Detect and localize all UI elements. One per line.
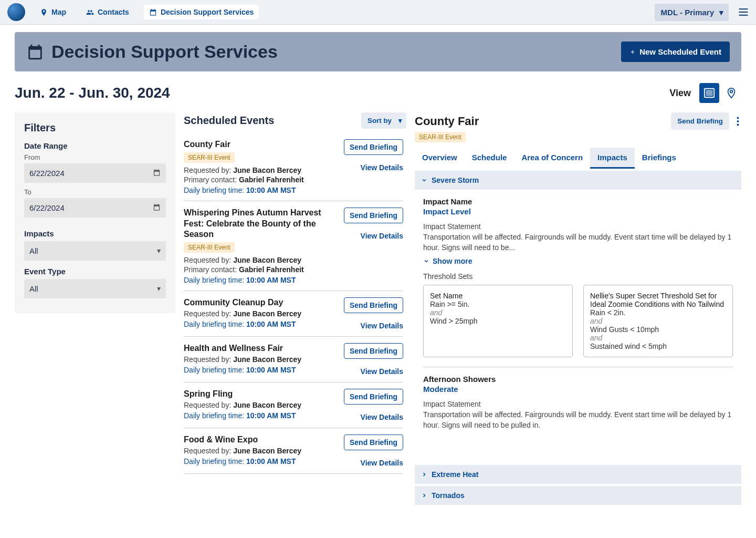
filter-event-type-select[interactable]: All bbox=[24, 279, 166, 298]
event-badge: SEAR-III Event bbox=[184, 242, 235, 253]
org-select-value: MDL - Primary bbox=[661, 8, 714, 17]
nav-contacts[interactable]: Contacts bbox=[81, 5, 134, 19]
tab-overview[interactable]: Overview bbox=[415, 148, 465, 169]
filter-from-input[interactable] bbox=[24, 163, 166, 183]
event-requested-by: Requested by: June Bacon Bercey bbox=[184, 309, 339, 318]
event-requested-by: Requested by: June Bacon Bercey bbox=[184, 355, 339, 364]
page-banner: Decision Support Services New Scheduled … bbox=[15, 32, 741, 71]
tab-briefings[interactable]: Briefings bbox=[635, 148, 684, 169]
detail-send-briefing-button[interactable]: Send Briefing bbox=[671, 112, 729, 130]
event-actions: Send BriefingView Details bbox=[344, 208, 403, 240]
nav-map[interactable]: Map bbox=[35, 5, 71, 19]
nav-map-label: Map bbox=[51, 8, 66, 16]
hamburger-icon[interactable] bbox=[738, 8, 749, 16]
view-label: View bbox=[669, 88, 691, 99]
detail-panel: County Fair Send Briefing SEAR-III Event… bbox=[415, 112, 741, 505]
view-map-button[interactable] bbox=[721, 83, 741, 103]
event-actions: Send BriefingView Details bbox=[344, 297, 403, 330]
event-badge: SEAR-III Event bbox=[184, 152, 235, 163]
filter-to-input[interactable] bbox=[24, 198, 166, 218]
list-view-icon bbox=[704, 87, 715, 99]
show-more-link[interactable]: Show more bbox=[423, 257, 472, 265]
svg-point-8 bbox=[737, 117, 739, 119]
event-briefing-time: Daily briefing time: 10:00 AM MST bbox=[184, 366, 339, 374]
page-title: Decision Support Services bbox=[51, 42, 614, 62]
threshold-set-name: Nellie's Super Secret Threshold Set for … bbox=[590, 292, 726, 308]
impact-block: Impact Name Impact Level Impact Statemen… bbox=[423, 197, 733, 367]
threshold-line: and bbox=[590, 317, 726, 325]
view-list-button[interactable] bbox=[699, 83, 719, 103]
impact-block: Afternoon Showers Moderate Impact Statem… bbox=[423, 375, 733, 430]
event-actions: Send BriefingView Details bbox=[344, 139, 403, 172]
tab-area-of-concern[interactable]: Area of Concern bbox=[514, 148, 590, 169]
accordion-tornados[interactable]: Tornados bbox=[415, 486, 741, 505]
chevron-right-icon bbox=[421, 492, 427, 499]
sort-by-button[interactable]: Sort by bbox=[361, 112, 406, 129]
impact-name: Afternoon Showers bbox=[423, 375, 733, 384]
view-details-link[interactable]: View Details bbox=[361, 459, 403, 467]
view-details-link[interactable]: View Details bbox=[361, 232, 403, 240]
date-range-row: Jun. 22 - Jun. 30, 2024 View bbox=[15, 83, 741, 103]
threshold-line: Sustained wind < 5mph bbox=[590, 342, 726, 350]
svg-point-7 bbox=[730, 90, 733, 93]
threshold-line: Rain >= 5in. bbox=[430, 300, 566, 308]
sort-by-label: Sort by bbox=[368, 117, 392, 125]
threshold-sets-label: Threshold Sets bbox=[423, 272, 733, 281]
tab-schedule[interactable]: Schedule bbox=[465, 148, 514, 169]
send-briefing-button[interactable]: Send Briefing bbox=[344, 297, 403, 313]
nav-dss-label: Decision Support Services bbox=[161, 8, 254, 16]
tab-impacts[interactable]: Impacts bbox=[590, 148, 635, 169]
event-requested-by: Requested by: June Bacon Bercey bbox=[184, 447, 339, 455]
events-column: Scheduled Events Sort by County FairSEAR… bbox=[184, 112, 406, 513]
event-requested-by: Requested by: June Bacon Bercey bbox=[184, 401, 339, 409]
impact-statement-text: Transportation will be affected. Fairgro… bbox=[423, 410, 733, 430]
send-briefing-button[interactable]: Send Briefing bbox=[344, 208, 403, 223]
accordion-extreme-heat[interactable]: Extreme Heat bbox=[415, 465, 741, 484]
noaa-logo bbox=[7, 3, 25, 21]
accordion-severe-storm[interactable]: Severe Storm bbox=[415, 171, 741, 190]
kebab-menu-icon[interactable] bbox=[734, 115, 741, 128]
filter-impacts-label: Impacts bbox=[24, 229, 166, 238]
impact-level: Moderate bbox=[423, 385, 733, 394]
nav-dss[interactable]: Decision Support Services bbox=[144, 5, 259, 19]
event-requested-by: Requested by: June Bacon Bercey bbox=[184, 166, 339, 174]
impact-name: Impact Name bbox=[423, 197, 733, 206]
accordion-tornados-label: Tornados bbox=[432, 491, 465, 500]
view-details-link[interactable]: View Details bbox=[361, 163, 403, 172]
new-scheduled-event-button[interactable]: New Scheduled Event bbox=[621, 42, 730, 62]
impact-statement-label: Impact Statement bbox=[423, 400, 733, 408]
event-item: County FairSEAR-III EventRequested by: J… bbox=[184, 133, 403, 201]
event-actions: Send BriefingView Details bbox=[344, 343, 403, 376]
filters-panel: Filters Date Range From To Impacts All E… bbox=[15, 112, 175, 313]
impact-level: Impact Level bbox=[423, 207, 733, 216]
chevron-right-icon bbox=[421, 471, 427, 478]
chevron-down-small-icon bbox=[423, 258, 429, 264]
send-briefing-button[interactable]: Send Briefing bbox=[344, 343, 403, 359]
event-name: Food & Wine Expo bbox=[184, 434, 339, 446]
filter-impacts-select[interactable]: All bbox=[24, 241, 166, 261]
events-title: Scheduled Events bbox=[184, 115, 361, 127]
org-select[interactable]: MDL - Primary bbox=[655, 4, 729, 21]
send-briefing-button[interactable]: Send Briefing bbox=[344, 139, 403, 155]
send-briefing-button[interactable]: Send Briefing bbox=[344, 434, 403, 450]
event-item: Spring FlingRequested by: June Bacon Ber… bbox=[184, 382, 403, 428]
accordion-severe-storm-body[interactable]: Impact Name Impact Level Impact Statemen… bbox=[415, 190, 741, 463]
people-icon bbox=[86, 8, 94, 16]
event-item: Health and Wellness FairRequested by: Ju… bbox=[184, 337, 403, 382]
calendar-icon bbox=[149, 8, 157, 16]
event-briefing-time: Daily briefing time: 10:00 AM MST bbox=[184, 457, 339, 465]
event-primary-contact: Primary contact: Gabriel Fahrenheit bbox=[184, 265, 339, 274]
event-name: Whispering Pines Autumn Harvest Fest: Ce… bbox=[184, 208, 339, 240]
send-briefing-button[interactable]: Send Briefing bbox=[344, 389, 403, 405]
chevron-down-icon bbox=[421, 177, 427, 183]
events-list[interactable]: County FairSEAR-III EventRequested by: J… bbox=[184, 133, 406, 513]
view-details-link[interactable]: View Details bbox=[361, 413, 403, 421]
plus-icon bbox=[629, 49, 636, 55]
threshold-line: Wind > 25mph bbox=[430, 317, 566, 325]
new-event-btn-label: New Scheduled Event bbox=[639, 47, 721, 56]
filter-date-range-label: Date Range bbox=[24, 141, 166, 150]
view-details-link[interactable]: View Details bbox=[361, 322, 403, 330]
detail-title: County Fair bbox=[415, 115, 666, 128]
threshold-line: and bbox=[430, 308, 566, 317]
view-details-link[interactable]: View Details bbox=[361, 367, 403, 376]
